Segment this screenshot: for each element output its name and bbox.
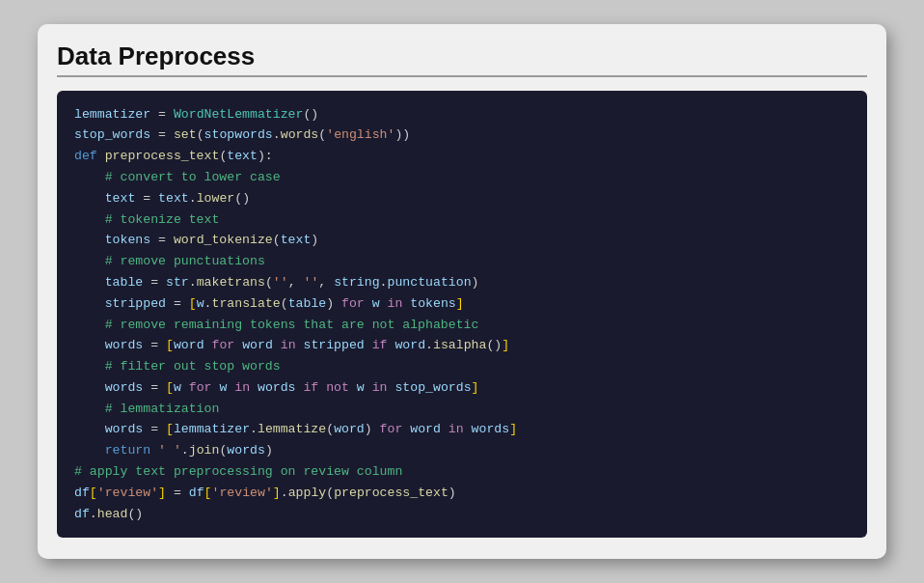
code-line-17: return ' '.join(words) [74, 440, 850, 461]
code-line-16: words = [lemmatizer.lemmatize(word) for … [74, 419, 850, 440]
code-line-8: # remove punctuations [74, 251, 850, 272]
card: Data Preprocess lemmatizer = WordNetLemm… [38, 24, 886, 560]
code-line-4: # convert to lower case [74, 167, 850, 188]
code-line-9: table = str.maketrans('', '', string.pun… [74, 272, 850, 293]
code-line-11: # remove remaining tokens that are not a… [74, 315, 850, 336]
code-line-3: def preprocess_text(text): [74, 146, 850, 167]
code-line-7: tokens = word_tokenize(text) [74, 230, 850, 251]
code-line-20: df.head() [74, 504, 850, 525]
code-line-19: df['review'] = df['review'].apply(prepro… [74, 483, 850, 504]
code-block: lemmatizer = WordNetLemmatizer() stop_wo… [57, 91, 867, 539]
card-title: Data Preprocess [57, 42, 867, 77]
code-line-13: # filter out stop words [74, 356, 850, 377]
code-line-10: stripped = [w.translate(table) for w in … [74, 293, 850, 315]
code-line-12: words = [word for word in stripped if wo… [74, 335, 850, 356]
code-line-1: lemmatizer = WordNetLemmatizer() [74, 104, 850, 125]
code-line-6: # tokenize text [74, 209, 850, 231]
code-line-2: stop_words = set(stopwords.words('englis… [74, 125, 850, 146]
code-line-5: text = text.lower() [74, 188, 850, 209]
code-line-18: # apply text preprocessing on review col… [74, 461, 850, 483]
code-line-15: # lemmatization [74, 399, 850, 420]
code-line-14: words = [w for w in words if not w in st… [74, 377, 850, 399]
